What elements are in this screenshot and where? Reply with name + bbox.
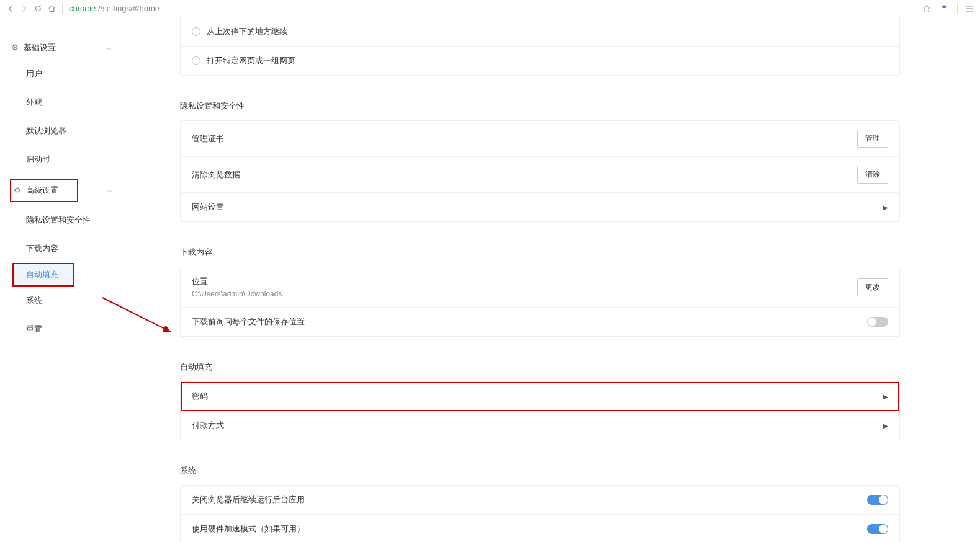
startup-card: 从上次停下的地方继续 打开特定网页或一组网页 [180, 17, 900, 76]
sidebar: ⚙基础设置 ︿ 用户 外观 默认浏览器 启动时 ⚙高级设置 ︿ 隐私设置和安全性… [0, 17, 124, 542]
autofill-title: 自动填充 [180, 355, 900, 381]
browser-toolbar: chrome://settings/#/home [0, 0, 980, 17]
sidebar-item-reset[interactable]: 重置 [0, 315, 124, 344]
download-loc-label: 位置 [192, 276, 282, 287]
back-button[interactable] [4, 2, 17, 16]
clear-browsing-button[interactable]: 清除 [857, 166, 888, 184]
download-loc-path: C:\Users\admin\Downloads [192, 290, 282, 298]
reload-button[interactable] [31, 2, 45, 16]
gear-icon: ⚙ [14, 185, 21, 195]
system-bg-row: 关闭浏览器后继续运行后台应用 [181, 486, 899, 515]
sidebar-item-downloads[interactable]: 下载内容 [0, 234, 124, 263]
url-bar[interactable]: chrome://settings/#/home [66, 4, 920, 13]
sidebar-section-basic[interactable]: ⚙基础设置 ︿ [0, 36, 124, 60]
privacy-title: 隐私设置和安全性 [180, 94, 900, 120]
forward-button[interactable] [17, 2, 31, 16]
url-path: ://settings/#/home [96, 4, 160, 13]
manage-certificates-button[interactable]: 管理 [857, 130, 888, 148]
chevron-up-icon: ︿ [107, 186, 114, 193]
sidebar-basic-label: 基础设置 [24, 43, 56, 52]
toolbar-right [920, 2, 976, 16]
autofill-passwords-row[interactable]: 密码 ▶ [181, 382, 899, 411]
sidebar-item-system[interactable]: 系统 [0, 287, 124, 315]
sidebar-item-users[interactable]: 用户 [0, 60, 124, 88]
system-hw-row: 使用硬件加速模式（如果可用） [181, 515, 899, 542]
download-location-row: 位置 C:\Users\admin\Downloads 更改 [181, 267, 899, 308]
chevron-right-icon: ▶ [883, 393, 888, 400]
change-download-button[interactable]: 更改 [857, 278, 888, 296]
sidebar-item-startup[interactable]: 启动时 [0, 145, 124, 174]
privacy-clear-row: 清除浏览数据 清除 [181, 157, 899, 193]
download-ask-label: 下载前询问每个文件的保存位置 [192, 316, 305, 327]
gear-icon: ⚙ [11, 43, 19, 52]
url-scheme: chrome [69, 4, 96, 13]
menu-icon[interactable] [963, 2, 976, 16]
autofill-pwd-label: 密码 [192, 391, 208, 402]
chevron-up-icon: ︿ [106, 43, 112, 53]
download-title: 下载内容 [180, 241, 900, 267]
sidebar-section-advanced[interactable]: ⚙高级设置 [10, 179, 78, 202]
download-card: 位置 C:\Users\admin\Downloads 更改 下载前询问每个文件… [180, 267, 900, 337]
privacy-cert-label: 管理证书 [192, 133, 224, 144]
system-bg-toggle[interactable] [867, 495, 888, 505]
chevron-right-icon: ▶ [883, 204, 888, 211]
startup-option-pages[interactable]: 打开特定网页或一组网页 [181, 47, 899, 75]
toolbar-divider [62, 3, 63, 14]
privacy-site-row[interactable]: 网站设置 ▶ [181, 193, 899, 221]
autofill-pay-label: 付款方式 [192, 420, 224, 431]
sidebar-item-appearance[interactable]: 外观 [0, 88, 124, 117]
content-area: 从上次停下的地方继续 打开特定网页或一组网页 隐私设置和安全性 管理证书 管理 [124, 17, 980, 542]
system-card: 关闭浏览器后继续运行后台应用 使用硬件加速模式（如果可用） 打开您计算机的代理设… [180, 485, 900, 542]
autofill-payment-row[interactable]: 付款方式 ▶ [181, 411, 899, 440]
autofill-card: 密码 ▶ 付款方式 ▶ [180, 381, 900, 440]
radio-icon [192, 27, 200, 36]
toolbar-divider-right [957, 3, 958, 14]
privacy-card: 管理证书 管理 清除浏览数据 清除 网站设置 ▶ [180, 120, 900, 222]
radio-icon [192, 56, 200, 65]
home-button[interactable] [45, 2, 58, 16]
chevron-right-icon: ▶ [883, 422, 888, 429]
startup-pages-label: 打开特定网页或一组网页 [207, 55, 295, 66]
system-hw-label: 使用硬件加速模式（如果可用） [192, 523, 305, 535]
startup-continue-label: 从上次停下的地方继续 [207, 26, 287, 37]
privacy-site-label: 网站设置 [192, 202, 224, 213]
sidebar-item-privacy[interactable]: 隐私设置和安全性 [0, 206, 124, 234]
startup-option-continue[interactable]: 从上次停下的地方继续 [181, 17, 899, 47]
sidebar-item-autofill[interactable]: 自动填充 [12, 263, 74, 287]
download-ask-row: 下载前询问每个文件的保存位置 [181, 308, 899, 336]
sidebar-item-default-browser[interactable]: 默认浏览器 [0, 117, 124, 145]
star-icon[interactable] [920, 2, 933, 16]
system-title: 系统 [180, 459, 900, 485]
privacy-clear-label: 清除浏览数据 [192, 169, 240, 180]
privacy-certificates-row: 管理证书 管理 [181, 121, 899, 157]
system-bg-label: 关闭浏览器后继续运行后台应用 [192, 494, 305, 505]
flag-icon[interactable] [938, 2, 952, 16]
download-ask-toggle[interactable] [867, 317, 888, 327]
sidebar-advanced-label: 高级设置 [26, 185, 58, 195]
system-hw-toggle[interactable] [867, 524, 888, 534]
